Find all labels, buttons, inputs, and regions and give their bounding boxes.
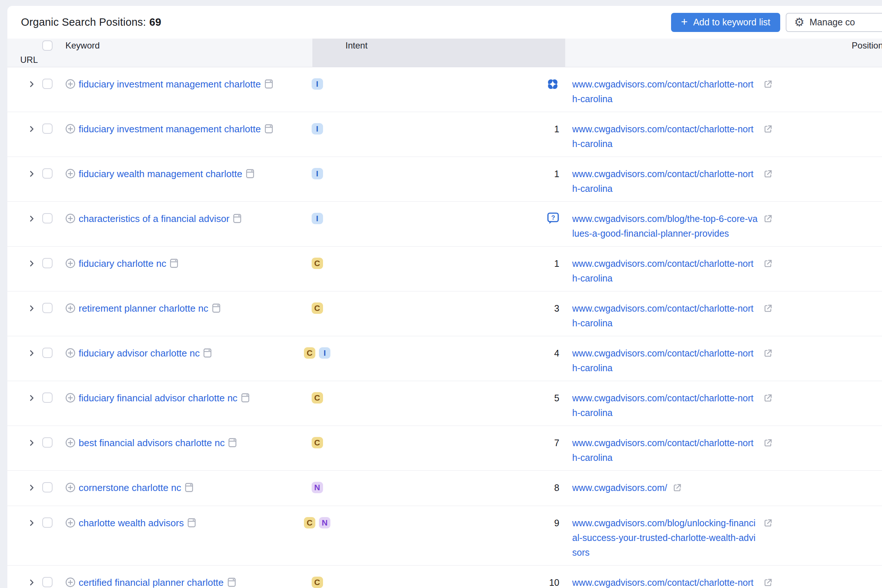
keyword-link[interactable]: best financial advisors charlotte nc	[79, 437, 225, 448]
url-link[interactable]: www.cwgadvisors.com/contact/charlotte-no…	[572, 122, 758, 151]
serp-preview-icon[interactable]	[212, 303, 221, 313]
expand-chevron-icon[interactable]	[28, 519, 35, 560]
external-link-icon[interactable]	[763, 578, 773, 588]
url-link[interactable]: www.cwgadvisors.com/contact/charlotte-no…	[572, 256, 758, 285]
add-keyword-plus-icon[interactable]	[65, 79, 75, 89]
row-checkbox[interactable]	[42, 348, 52, 358]
keyword-cell: fiduciary financial advisor charlotte nc	[79, 391, 293, 420]
row-checkbox[interactable]	[42, 258, 52, 268]
add-keyword-plus-icon[interactable]	[65, 303, 75, 313]
expand-chevron-icon[interactable]	[28, 125, 35, 151]
row-checkbox[interactable]	[42, 123, 52, 134]
row-checkbox[interactable]	[42, 437, 52, 448]
keyword-link[interactable]: cornerstone charlotte nc	[79, 482, 181, 493]
external-link-icon[interactable]	[763, 259, 773, 268]
url-link[interactable]: www.cwgadvisors.com/	[572, 480, 667, 495]
intent-badge-I: I	[319, 347, 330, 358]
external-link-icon[interactable]	[763, 124, 773, 134]
column-header-position[interactable]: Position	[560, 40, 882, 51]
add-keyword-plus-icon[interactable]	[65, 438, 75, 448]
expand-chevron-icon[interactable]	[28, 394, 35, 420]
manage-columns-button[interactable]: ⚙ Manage co	[786, 13, 882, 32]
expand-chevron-icon[interactable]	[28, 579, 35, 588]
keyword-link[interactable]: charlotte wealth advisors	[79, 518, 184, 528]
external-link-icon[interactable]	[672, 483, 682, 493]
keyword-link[interactable]: fiduciary investment management charlott…	[79, 123, 261, 135]
keyword-link[interactable]: characteristics of a financial advisor	[79, 213, 230, 224]
serp-preview-icon[interactable]	[265, 79, 273, 89]
add-keyword-plus-icon[interactable]	[65, 258, 75, 268]
serp-preview-icon[interactable]	[228, 438, 237, 448]
add-keyword-plus-icon[interactable]	[65, 393, 75, 403]
serp-preview-icon[interactable]	[228, 578, 236, 587]
row-checkbox[interactable]	[42, 168, 52, 178]
table-row: best financial advisors charlotte nc C 7…	[8, 426, 882, 471]
add-keyword-plus-icon[interactable]	[65, 518, 75, 528]
external-link-icon[interactable]	[763, 169, 773, 179]
row-checkbox[interactable]	[42, 303, 52, 313]
keyword-link[interactable]: fiduciary wealth management charlotte	[79, 168, 242, 179]
add-keyword-plus-icon[interactable]	[65, 348, 75, 358]
row-checkbox[interactable]	[42, 518, 52, 528]
keyword-link[interactable]: fiduciary financial advisor charlotte nc	[79, 393, 237, 404]
row-checkbox[interactable]	[42, 577, 52, 587]
expand-chevron-icon[interactable]	[28, 484, 35, 500]
expand-chevron-icon[interactable]	[28, 260, 35, 285]
position-value: 1	[554, 122, 560, 136]
add-keyword-plus-icon[interactable]	[65, 169, 75, 178]
header-select-all-checkbox[interactable]	[42, 40, 52, 51]
position-value: 3	[554, 301, 560, 316]
keyword-link[interactable]: retirement planner charlotte nc	[79, 303, 208, 314]
url-link[interactable]: www.cwgadvisors.com/contact/charlotte-no…	[572, 575, 758, 588]
external-link-icon[interactable]	[763, 438, 773, 448]
serp-preview-icon[interactable]	[170, 258, 178, 268]
serp-preview-icon[interactable]	[233, 213, 242, 224]
url-link[interactable]: www.cwgadvisors.com/contact/charlotte-no…	[572, 391, 758, 420]
intent-badge-I: I	[312, 168, 323, 179]
external-link-icon[interactable]	[763, 348, 773, 358]
external-link-icon[interactable]	[763, 518, 773, 528]
external-link-icon[interactable]	[763, 214, 773, 224]
serp-preview-icon[interactable]	[265, 124, 273, 134]
expand-chevron-icon[interactable]	[28, 439, 35, 465]
row-checkbox[interactable]	[42, 213, 52, 224]
keyword-link[interactable]: fiduciary investment management charlott…	[79, 79, 261, 90]
keyword-cell: fiduciary wealth management charlotte	[79, 166, 293, 196]
url-link[interactable]: www.cwgadvisors.com/contact/charlotte-no…	[572, 346, 758, 375]
add-keyword-plus-icon[interactable]	[65, 483, 75, 492]
add-keyword-plus-icon[interactable]	[65, 213, 75, 224]
expand-chevron-icon[interactable]	[28, 170, 35, 196]
row-checkbox[interactable]	[42, 482, 52, 492]
serp-preview-icon[interactable]	[185, 483, 194, 492]
add-keyword-plus-icon[interactable]	[65, 578, 75, 587]
position-cell: 1	[341, 166, 560, 196]
add-to-keyword-list-button[interactable]: + Add to keyword list	[671, 13, 780, 32]
url-link[interactable]: www.cwgadvisors.com/contact/charlotte-no…	[572, 77, 758, 106]
keyword-link[interactable]: certified financial planner charlotte	[79, 577, 224, 588]
row-checkbox[interactable]	[42, 79, 52, 89]
url-link[interactable]: www.cwgadvisors.com/blog/unlocking-finan…	[572, 516, 758, 560]
url-link[interactable]: www.cwgadvisors.com/blog/the-top-6-core-…	[572, 212, 758, 241]
serp-preview-icon[interactable]	[203, 348, 212, 358]
expand-chevron-icon[interactable]	[28, 80, 35, 106]
expand-chevron-icon[interactable]	[28, 214, 35, 241]
row-checkbox[interactable]	[42, 393, 52, 403]
expand-chevron-icon[interactable]	[28, 304, 35, 330]
add-keyword-plus-icon[interactable]	[65, 124, 75, 134]
position-value: 7	[554, 435, 560, 450]
expand-chevron-icon[interactable]	[28, 349, 35, 375]
external-link-icon[interactable]	[763, 80, 773, 89]
url-link[interactable]: www.cwgadvisors.com/contact/charlotte-no…	[572, 435, 758, 465]
url-link[interactable]: www.cwgadvisors.com/contact/charlotte-no…	[572, 166, 758, 196]
serp-preview-icon[interactable]	[241, 393, 250, 403]
keyword-link[interactable]: fiduciary advisor charlotte nc	[79, 348, 200, 358]
intent-badge-N: N	[312, 482, 323, 493]
serp-preview-icon[interactable]	[246, 169, 255, 178]
url-link[interactable]: www.cwgadvisors.com/contact/charlotte-no…	[572, 301, 758, 330]
ai-overview-icon	[546, 78, 560, 91]
serp-preview-icon[interactable]	[188, 518, 196, 528]
external-link-icon[interactable]	[763, 393, 773, 403]
position-cell: ?	[341, 212, 560, 241]
keyword-link[interactable]: fiduciary charlotte nc	[79, 258, 166, 269]
external-link-icon[interactable]	[763, 303, 773, 314]
